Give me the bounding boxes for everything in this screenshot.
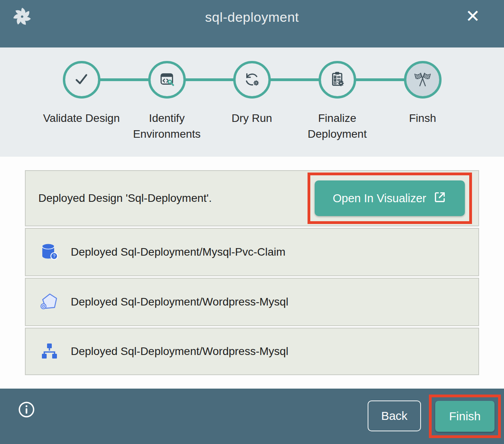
step-finsh: Finsh: [380, 61, 465, 126]
deployment-result-row: Deployed Sql-Deployment/Wordpress-Mysql: [25, 278, 479, 326]
step-label: Finsh: [380, 110, 465, 126]
deployment-result-text: Deployed Sql-Deployment/Wordpress-Mysql: [71, 345, 288, 358]
deployment-result-row: Deployed Sql-Deployment/Wordpress-Mysql: [25, 328, 479, 375]
pentagon-icon: [39, 292, 60, 312]
deployment-result-text: Deployed Sql-Deployment/Mysql-Pvc-Claim: [71, 246, 285, 258]
close-icon[interactable]: ✕: [464, 7, 482, 25]
step-identify-environments: Identify Environments: [124, 61, 210, 142]
code-tools-icon: [158, 70, 176, 90]
clipboard-gear-icon: [328, 70, 346, 90]
step-label: Dry Run: [209, 110, 294, 126]
step-label: Finalize Deployment: [294, 110, 380, 142]
step-circle: [148, 61, 186, 99]
back-button[interactable]: Back: [368, 400, 421, 431]
step-finalize-deployment: Finalize Deployment: [294, 61, 380, 142]
step-dry-run: Dry Run: [209, 61, 294, 126]
annotation-box-open-in-visualizer: Open In Visualizer: [308, 173, 472, 224]
finish-button[interactable]: Finish: [435, 401, 495, 432]
external-link-icon: [433, 190, 447, 207]
open-in-visualizer-label: Open In Visualizer: [333, 192, 426, 205]
sql-deployment-modal: sql-deployment ✕ Validate Design: [0, 0, 504, 444]
tree-icon: [39, 341, 60, 362]
step-label: Validate Design: [39, 110, 124, 126]
step-circle: [404, 61, 442, 99]
deployment-stepper: Validate Design Identify Environme: [0, 47, 504, 157]
annotation-box-finish: Finish: [429, 395, 501, 438]
svg-text:?: ?: [53, 254, 55, 258]
step-label: Identify Environments: [124, 110, 210, 142]
step-circle: [63, 61, 100, 99]
deployment-summary-row: Deployed Design 'Sql-Deployment'. Open I…: [25, 170, 479, 226]
open-in-visualizer-button[interactable]: Open In Visualizer: [315, 180, 465, 216]
step-circle: [319, 61, 356, 99]
step-validate-design: Validate Design: [39, 61, 124, 126]
race-flags-icon: [413, 70, 432, 90]
deployment-result-text: Deployed Sql-Deployment/Wordpress-Mysql: [71, 296, 288, 308]
step-circle: [233, 61, 271, 99]
database-icon: ?: [39, 242, 60, 262]
modal-title: sql-deployment: [0, 9, 504, 25]
deployment-result-row: ? Deployed Sql-Deployment/Mysql-Pvc-Clai…: [25, 228, 479, 276]
modal-header: sql-deployment ✕: [0, 0, 504, 47]
deployment-summary-text: Deployed Design 'Sql-Deployment'.: [38, 192, 308, 205]
sync-gear-icon: [243, 70, 261, 90]
modal-footer: Back Finish: [0, 389, 504, 444]
check-icon: [72, 70, 91, 90]
info-icon[interactable]: [17, 400, 36, 419]
